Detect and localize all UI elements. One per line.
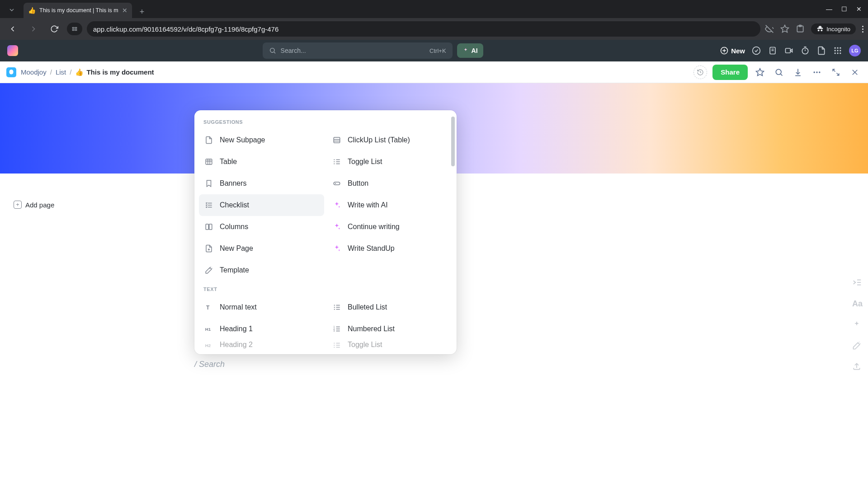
breadcrumb-list[interactable]: List [56, 68, 66, 76]
apps-grid-icon[interactable] [833, 46, 843, 56]
menu-item-numbered-list[interactable]: 123Numbered List [327, 318, 452, 340]
menu-item-label: Write with AI [348, 201, 388, 209]
global-search-input[interactable]: Search... Ctrl+K [263, 42, 453, 59]
right-rail: Aa [852, 277, 863, 371]
menu-item-heading-2[interactable]: H2Heading 2 [199, 340, 324, 351]
browser-tab[interactable]: 👍 This is my document | This is m ✕ [24, 3, 132, 18]
user-avatar[interactable]: LG [849, 45, 861, 56]
close-tab-icon[interactable]: ✕ [122, 7, 127, 14]
eye-off-icon[interactable] [765, 24, 774, 33]
page-icon [204, 136, 213, 145]
menu-item-columns[interactable]: Columns [199, 216, 324, 238]
wand-rail-icon[interactable] [852, 341, 863, 350]
close-panel-icon[interactable] [848, 66, 862, 79]
menu-item-clickup-list-table-[interactable]: ClickUp List (Table) [327, 129, 452, 151]
svg-point-8 [270, 48, 274, 52]
favorite-star-icon[interactable] [753, 66, 767, 79]
new-button[interactable]: New [720, 47, 745, 55]
menu-item-table[interactable]: Table [199, 151, 324, 173]
notepad-icon[interactable] [768, 46, 778, 56]
find-icon[interactable] [772, 66, 786, 79]
menu-item-banners[interactable]: Banners [199, 173, 324, 194]
window-minimize-icon[interactable]: — [826, 5, 832, 13]
indent-icon[interactable] [852, 277, 863, 287]
svg-rect-54 [334, 182, 340, 185]
svg-line-35 [781, 74, 783, 75]
workspace-icon[interactable] [6, 67, 16, 77]
back-button[interactable] [5, 21, 21, 37]
button-icon [332, 179, 341, 188]
ai-icon [332, 244, 341, 253]
svg-rect-47 [206, 159, 212, 164]
timer-icon[interactable] [800, 46, 810, 56]
plus-square-icon: + [14, 201, 22, 209]
svg-point-34 [776, 69, 781, 75]
extensions-icon[interactable] [796, 24, 805, 33]
svg-point-24 [840, 47, 841, 49]
window-close-icon[interactable]: ✕ [856, 5, 862, 13]
ai-button[interactable]: AI [457, 43, 483, 58]
svg-point-64 [334, 305, 335, 305]
svg-rect-59 [206, 224, 208, 230]
menu-item-toggle-list[interactable]: Toggle List [327, 340, 452, 351]
menu-item-write-with-ai[interactable]: Write with AI [327, 194, 452, 216]
breadcrumb: Moodjoy / List / 👍 This is my document [21, 68, 154, 76]
doc-icon[interactable] [816, 46, 826, 56]
clickup-logo-icon[interactable] [7, 45, 18, 56]
download-icon[interactable] [791, 66, 805, 79]
menu-item-heading-1[interactable]: H1Heading 1 [199, 318, 324, 340]
share-label: Share [721, 68, 740, 76]
ai-icon [332, 222, 341, 231]
menu-item-toggle-list[interactable]: Toggle List [327, 151, 452, 173]
tab-search-icon[interactable] [4, 2, 20, 18]
window-maximize-icon[interactable]: ☐ [841, 5, 847, 13]
add-page-button[interactable]: + Add page [14, 201, 54, 209]
breadcrumb-workspace[interactable]: Moodjoy [21, 68, 47, 76]
menu-item-continue-writing[interactable]: Continue writing [327, 216, 452, 238]
svg-point-22 [835, 47, 836, 49]
new-tab-button[interactable]: + [136, 5, 148, 18]
sparkle-rail-icon[interactable] [852, 320, 863, 329]
incognito-label: Incognito [826, 26, 850, 33]
bookmark-star-icon[interactable] [780, 24, 789, 33]
menu-item-new-page[interactable]: New Page [199, 238, 324, 259]
menu-item-write-standup[interactable]: Write StandUp [327, 238, 452, 259]
menu-item-normal-text[interactable]: TNormal text [199, 296, 324, 318]
menu-item-label: Table [220, 158, 237, 166]
menu-item-template[interactable]: Template [199, 259, 324, 281]
browser-tab-title: This is my document | This is m [39, 7, 118, 14]
popup-scrollbar[interactable] [451, 117, 455, 348]
wand-icon [204, 266, 213, 275]
menu-item-label: Banners [220, 179, 247, 188]
video-icon[interactable] [784, 46, 794, 56]
sparkle-icon [462, 47, 469, 54]
slash-command-popup: SUGGESTIONS New SubpageClickUp List (Tab… [194, 110, 457, 354]
history-icon[interactable] [693, 66, 707, 79]
collapse-icon[interactable] [829, 66, 843, 79]
site-info-icon[interactable] [67, 23, 82, 35]
h1-icon: H1 [204, 324, 213, 333]
slash-search-hint[interactable]: / Search [194, 360, 225, 369]
more-menu-icon[interactable] [810, 66, 824, 79]
tab-favicon-icon: 👍 [28, 7, 36, 14]
svg-marker-5 [781, 25, 789, 33]
typography-icon[interactable]: Aa [852, 299, 863, 309]
bulleted-icon [332, 303, 341, 312]
menu-item-label: Toggle List [348, 341, 382, 349]
reload-button[interactable] [46, 21, 62, 37]
menu-item-button[interactable]: Button [327, 173, 452, 194]
svg-point-65 [334, 307, 335, 308]
popup-scrollbar-thumb[interactable] [451, 117, 455, 166]
table-icon [204, 157, 213, 166]
menu-item-checklist[interactable]: Checklist [199, 194, 324, 216]
export-rail-icon[interactable] [852, 362, 863, 371]
address-bar[interactable]: app.clickup.com/9016164592/v/dc/8cpfg7g-… [87, 21, 760, 37]
svg-point-28 [835, 52, 836, 54]
menu-item-new-subpage[interactable]: New Subpage [199, 129, 324, 151]
check-circle-icon[interactable] [751, 46, 761, 56]
menu-item-bulleted-list[interactable]: Bulleted List [327, 296, 452, 318]
forward-button[interactable] [25, 21, 42, 37]
incognito-chip[interactable]: Incognito [811, 23, 856, 34]
share-button[interactable]: Share [712, 65, 748, 80]
chrome-menu-icon[interactable] [862, 26, 863, 33]
